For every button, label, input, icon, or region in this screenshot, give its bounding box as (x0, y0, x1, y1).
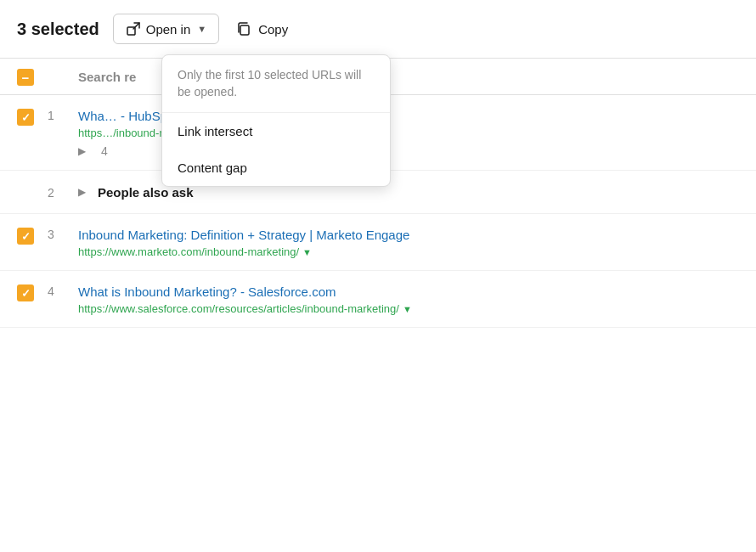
result-2-num: 2 (48, 184, 66, 200)
copy-label: Copy (258, 22, 288, 37)
selected-count: 3 selected (17, 20, 99, 39)
result-1-sub-count: 4 (101, 144, 108, 158)
result-3-title[interactable]: Inbound Marketing: Definition + Strategy… (78, 226, 739, 244)
result-3-num: 3 (48, 226, 66, 241)
open-in-label: Open in (146, 22, 191, 37)
result-1-num: 1 (48, 107, 66, 122)
result-3-url[interactable]: https://www.marketo.com/inbound-marketin… (78, 245, 299, 258)
open-in-chevron-icon: ▼ (197, 24, 206, 34)
dropdown-item-link-intersect[interactable]: Link intersect (162, 113, 390, 149)
result-4-checkbox-col (17, 283, 36, 301)
result-4-url-chevron-icon[interactable]: ▼ (403, 304, 412, 314)
result-3-checkbox-col (17, 226, 36, 245)
result-4-num: 4 (48, 283, 66, 298)
result-4-url[interactable]: https://www.salesforce.com/resources/art… (78, 302, 399, 315)
result-4-title[interactable]: What is Inbound Marketing? - Salesforce.… (78, 283, 739, 301)
copy-button[interactable]: Copy (233, 14, 291, 43)
dropdown-hint: Only the first 10 selected URLs will be … (162, 55, 390, 113)
result-2-checkbox-col (17, 183, 36, 201)
section-header-text: Search re (78, 70, 136, 84)
open-in-dropdown: Only the first 10 selected URLs will be … (161, 54, 391, 187)
result-3-content: Inbound Marketing: Definition + Strategy… (78, 226, 739, 258)
result-1-checkbox[interactable] (17, 109, 34, 126)
result-1-checkbox-col (17, 107, 36, 126)
svg-rect-1 (240, 25, 249, 35)
toolbar: 3 selected Open in ▼ Copy Only the first… (0, 0, 756, 59)
open-in-icon (126, 21, 141, 37)
section-checkbox-col (17, 67, 36, 86)
dropdown-item-content-gap[interactable]: Content gap (162, 149, 390, 186)
result-4-checkbox[interactable] (17, 284, 34, 301)
result-3-url-row: https://www.marketo.com/inbound-marketin… (78, 245, 739, 258)
result-3-checkbox[interactable] (17, 228, 34, 245)
result-1-sub-toggle-icon[interactable]: ▶ (78, 145, 86, 157)
result-row-3: 3 Inbound Marketing: Definition + Strate… (0, 214, 756, 271)
section-checkbox-minus[interactable] (17, 69, 34, 86)
result-row-4: 4 What is Inbound Marketing? - Salesforc… (0, 271, 756, 328)
result-3-url-chevron-icon[interactable]: ▼ (302, 247, 312, 257)
open-in-button[interactable]: Open in ▼ (113, 14, 219, 44)
result-2-expand-icon[interactable]: ▶ (78, 186, 86, 198)
copy-icon (236, 21, 251, 37)
result-2-group-label: People also ask (98, 185, 194, 200)
result-4-content: What is Inbound Marketing? - Salesforce.… (78, 283, 739, 315)
result-4-url-row: https://www.salesforce.com/resources/art… (78, 302, 739, 315)
